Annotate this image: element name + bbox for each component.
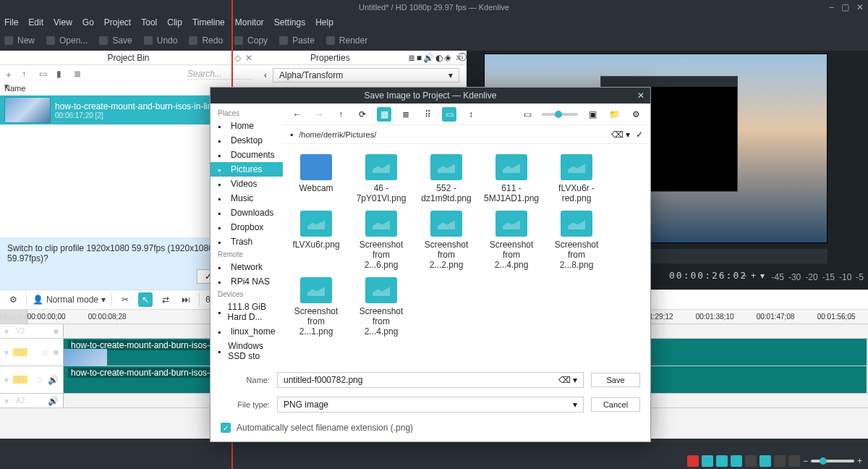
place-pictures[interactable]: ▪Pictures: [210, 162, 283, 177]
alpha-transform-dropdown[interactable]: Alpha/Transform ▾: [273, 68, 459, 83]
video-icon[interactable]: ■: [54, 347, 59, 358]
window-minimize-icon[interactable]: –: [829, 2, 834, 12]
track-head-v1[interactable]: ▾ V1 ☆ ■: [0, 339, 64, 366]
filename-input[interactable]: untitled-f000782.png ⌫ ▾: [277, 372, 584, 388]
properties-tab-audio-icon[interactable]: 🔊: [423, 53, 434, 63]
clear-path-icon[interactable]: ⌫ ▾: [611, 130, 630, 140]
audio-icon[interactable]: 🔊: [48, 375, 59, 385]
save-button[interactable]: Save: [591, 373, 640, 387]
dialog-close-icon[interactable]: ✕: [637, 90, 644, 101]
zoom-slider[interactable]: [811, 460, 854, 462]
file-item[interactable]: fLVXu6r.png: [290, 211, 342, 270]
edit-mode-dropdown[interactable]: 👤 Normal mode ▾: [33, 295, 106, 305]
path-input[interactable]: /home/derrik/Pictures/: [299, 130, 605, 139]
file-item[interactable]: Screenshot from 2...4.png: [355, 277, 407, 337]
properties-tab-color-icon[interactable]: ◐: [435, 53, 443, 63]
up-icon[interactable]: ↑: [22, 69, 32, 79]
sort-icon[interactable]: ↕: [464, 107, 478, 122]
select-tool-icon[interactable]: ↖: [138, 292, 153, 307]
master-track-button[interactable]: Master: [0, 310, 27, 324]
monitor-timecode[interactable]: 00:00:26:02: [669, 270, 747, 281]
chevron-down-icon[interactable]: ▾: [4, 326, 9, 337]
menu-timeline[interactable]: Timeline: [192, 17, 225, 28]
up-icon[interactable]: ↑: [333, 107, 348, 122]
star-icon[interactable]: ☆: [41, 347, 49, 358]
file-item[interactable]: 46 - 7pY01Vl.png: [355, 154, 407, 203]
zoom-in-icon[interactable]: +: [857, 456, 862, 466]
new-button[interactable]: New: [4, 35, 35, 46]
place-windows-ssd-sto[interactable]: ▪Windows SSD sto: [210, 339, 283, 363]
clear-name-icon[interactable]: ⌫ ▾: [558, 375, 577, 385]
star-icon[interactable]: ☆: [35, 375, 43, 385]
spacer-tool-icon[interactable]: ⇄: [158, 292, 173, 307]
redo-button[interactable]: Redo: [189, 35, 223, 46]
status-btn-1[interactable]: [702, 455, 713, 467]
status-btn-6[interactable]: [788, 455, 800, 467]
render-button[interactable]: Render: [326, 35, 367, 46]
undock-icon[interactable]: ◇: [444, 53, 451, 63]
place-videos[interactable]: ▪Videos: [210, 177, 283, 191]
options-icon[interactable]: ⚙: [629, 107, 643, 122]
file-item[interactable]: Webcam: [290, 154, 342, 203]
skip-tool-icon[interactable]: ⏭: [179, 292, 193, 307]
search-input[interactable]: Search...: [187, 69, 252, 80]
place-documents[interactable]: ▪Documents: [210, 148, 283, 162]
properties-tab-video-icon[interactable]: ■: [417, 53, 422, 63]
compact-view-icon[interactable]: ⠿: [420, 107, 435, 122]
file-item[interactable]: Screenshot from 2...1.png: [290, 277, 342, 337]
filetype-dropdown[interactable]: PNG image ▾: [277, 397, 584, 413]
status-red-icon[interactable]: [687, 455, 699, 467]
file-item[interactable]: Screenshot from 2...8.png: [550, 211, 603, 270]
zoom-out-icon[interactable]: ▭: [520, 107, 535, 122]
place-111-8-gib-hard-d-[interactable]: ▪111.8 GiB Hard D...: [210, 300, 283, 324]
list-view-icon[interactable]: ≣: [399, 107, 413, 122]
status-btn-4[interactable]: [745, 455, 757, 467]
file-item[interactable]: 552 - dz1m9td.png: [420, 154, 472, 203]
window-close-icon[interactable]: ✕: [856, 2, 864, 12]
chevron-down-icon[interactable]: ▾: [4, 375, 9, 385]
preview-icon[interactable]: ▭: [442, 107, 456, 122]
forward-icon[interactable]: →: [312, 107, 326, 122]
place-rpi4-nas[interactable]: ▪RPi4 NAS: [210, 274, 283, 289]
add-clip-icon[interactable]: ＋▾: [4, 69, 14, 79]
menu-settings[interactable]: Settings: [274, 17, 305, 28]
close-icon[interactable]: ✕: [245, 53, 252, 63]
settings-icon[interactable]: ⚙: [6, 292, 20, 307]
accept-path-icon[interactable]: ✓: [636, 130, 643, 140]
menu-project[interactable]: Project: [104, 17, 131, 28]
timecode-plus-icon[interactable]: +: [751, 271, 756, 281]
chevron-down-icon[interactable]: ▾: [4, 347, 9, 358]
status-btn-2[interactable]: [716, 455, 728, 467]
file-item[interactable]: Screenshot from 2...4.png: [485, 211, 537, 270]
close-icon[interactable]: ✕: [455, 53, 462, 63]
place-linux_home[interactable]: ▪linux_home: [210, 324, 283, 339]
copy-button[interactable]: Copy: [234, 35, 268, 46]
status-btn-5[interactable]: [760, 455, 771, 467]
menu-clip[interactable]: Clip: [167, 17, 182, 28]
list-icon[interactable]: ≣: [74, 69, 84, 79]
audio-icon[interactable]: 🔊: [48, 396, 59, 406]
undock-icon[interactable]: ◇: [234, 53, 241, 63]
auto-ext-checkbox[interactable]: ✓: [221, 423, 231, 433]
open--button[interactable]: Open...: [46, 35, 88, 46]
place-home[interactable]: ▪Home: [210, 119, 283, 133]
file-item[interactable]: Screenshot from 2...6.png: [355, 211, 407, 270]
status-btn-3[interactable]: [731, 455, 742, 467]
back-icon[interactable]: ←: [290, 107, 305, 122]
menu-tool[interactable]: Tool: [141, 17, 157, 28]
file-item[interactable]: fLVXu6r - red.png: [550, 154, 603, 203]
delete-icon[interactable]: ▮: [56, 69, 67, 79]
reload-icon[interactable]: ⟳: [355, 107, 370, 122]
file-item[interactable]: 611 - 5MJ1AD1.png: [485, 154, 537, 203]
menu-edit[interactable]: Edit: [28, 17, 43, 28]
window-maximize-icon[interactable]: ▢: [841, 2, 849, 12]
undo-button[interactable]: Undo: [144, 35, 178, 46]
track-head-a2[interactable]: ▾ A2 🔊: [0, 394, 64, 407]
video-icon[interactable]: ■: [54, 326, 59, 337]
timecode-menu-icon[interactable]: ▾: [760, 271, 765, 281]
cut-tool-icon[interactable]: ✂: [118, 292, 132, 307]
menu-view[interactable]: View: [54, 17, 72, 28]
properties-tab-info-icon[interactable]: ≣: [408, 53, 415, 63]
menu-file[interactable]: File: [4, 17, 18, 28]
place-desktop[interactable]: ▪Desktop: [210, 133, 283, 148]
